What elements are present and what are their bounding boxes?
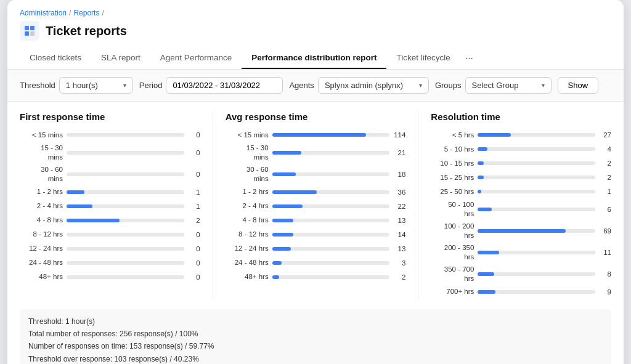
bar-track-6 <box>67 233 184 237</box>
bar-track-9 <box>67 275 184 279</box>
tab-bar: Closed tickets SLA report Agent Performa… <box>20 48 611 69</box>
row-label-4: 2 - 4 hrs <box>226 201 269 211</box>
resolution-rows: < 5 hrs275 - 10 hrs410 - 15 hrs215 - 25 … <box>431 129 611 297</box>
row-label-1: 15 - 30 mins <box>20 144 63 162</box>
threshold-value: 1 hour(s) <box>66 81 98 90</box>
content-area: First response time < 15 mins015 - 30 mi… <box>7 102 624 364</box>
breadcrumb: Administration / Reports / <box>20 9 611 17</box>
chart-row-3: 1 - 2 hrs36 <box>226 187 406 198</box>
row-value-8: 3 <box>393 259 405 267</box>
row-value-8: 0 <box>188 259 200 267</box>
show-button[interactable]: Show <box>558 77 599 94</box>
row-value-8: 8 <box>599 270 611 278</box>
row-value-7: 0 <box>188 245 200 253</box>
svg-rect-3 <box>30 31 35 36</box>
groups-group: Groups Select Group ▾ <box>435 77 552 94</box>
chart-row-0: < 15 mins114 <box>226 129 406 140</box>
bar-track-1 <box>272 151 390 155</box>
chevron-down-icon: ▾ <box>123 82 126 89</box>
header: Administration / Reports / Ticket report… <box>7 0 624 70</box>
period-input[interactable] <box>166 77 283 94</box>
row-value-4: 1 <box>188 203 200 210</box>
row-value-0: 0 <box>188 131 200 139</box>
breadcrumb-admin[interactable]: Administration <box>20 9 67 17</box>
bar-fill-6 <box>272 233 293 237</box>
row-label-6: 100 - 200 hrs <box>431 222 474 240</box>
bar-track-9 <box>272 275 390 279</box>
svg-rect-0 <box>25 26 29 30</box>
row-value-2: 0 <box>188 171 200 178</box>
bar-track-9 <box>478 290 595 294</box>
row-label-9: 700+ hrs <box>431 287 474 296</box>
row-label-3: 1 - 2 hrs <box>226 187 269 196</box>
bar-fill-2 <box>272 172 296 176</box>
bar-track-0 <box>478 133 595 137</box>
bar-track-2 <box>272 172 390 176</box>
bar-fill-8 <box>478 272 494 276</box>
bar-fill-5 <box>67 219 120 222</box>
row-label-4: 2 - 4 hrs <box>20 201 63 211</box>
chevron-down-icon-3: ▾ <box>542 82 545 89</box>
tab-closed[interactable]: Closed tickets <box>20 48 91 69</box>
chart-row-5: 50 - 100 hrs6 <box>431 200 611 219</box>
bar-fill-3 <box>272 190 317 194</box>
row-value-4: 1 <box>599 188 611 195</box>
chart-row-0: < 15 mins0 <box>20 129 200 140</box>
bar-track-5 <box>478 208 595 211</box>
chart-row-9: 48+ hrs2 <box>226 272 406 283</box>
chart-row-0: < 5 hrs27 <box>431 129 611 140</box>
first-response-rows: < 15 mins015 - 30 mins030 - 60 mins01 - … <box>20 129 200 283</box>
bar-fill-7 <box>478 251 499 254</box>
avg-response-section: Avg response time < 15 mins11415 - 30 mi… <box>226 111 419 301</box>
bar-track-3 <box>67 190 184 194</box>
row-value-7: 11 <box>599 249 611 256</box>
bar-fill-2 <box>478 161 484 165</box>
row-value-2: 2 <box>599 160 611 167</box>
bar-track-6 <box>478 229 595 233</box>
bar-track-7 <box>478 251 595 254</box>
row-value-5: 2 <box>188 217 200 224</box>
bar-fill-3 <box>67 190 84 194</box>
bar-fill-9 <box>478 290 495 294</box>
groups-select[interactable]: Select Group ▾ <box>465 77 552 94</box>
bar-track-1 <box>67 151 184 155</box>
bar-fill-6 <box>478 229 566 233</box>
tab-sla[interactable]: SLA report <box>91 48 150 69</box>
agents-group: Agents Splynx admin (splynx) ▾ <box>289 77 428 94</box>
tab-lifecycle[interactable]: Ticket lifecycle <box>386 48 460 69</box>
row-label-3: 15 - 25 hrs <box>431 173 474 182</box>
bar-fill-0 <box>478 133 510 137</box>
chart-row-9: 48+ hrs0 <box>20 272 200 283</box>
threshold-label: Threshold <box>20 81 55 90</box>
tab-perf[interactable]: Performance distribution report <box>242 48 386 69</box>
bar-track-5 <box>67 219 184 222</box>
row-value-9: 2 <box>393 273 405 281</box>
breadcrumb-reports[interactable]: Reports <box>73 9 99 17</box>
bar-fill-1 <box>272 151 302 155</box>
agents-select[interactable]: Splynx admin (splynx) ▾ <box>318 77 429 94</box>
row-label-8: 350 - 700 hrs <box>431 265 474 283</box>
row-label-5: 4 - 8 hrs <box>226 216 269 225</box>
avg-response-rows: < 15 mins11415 - 30 mins2130 - 60 mins18… <box>226 129 406 283</box>
chart-row-4: 2 - 4 hrs22 <box>226 201 406 212</box>
bar-fill-1 <box>478 147 487 151</box>
row-label-1: 5 - 10 hrs <box>431 145 474 154</box>
bar-track-6 <box>272 233 390 237</box>
chart-row-1: 15 - 30 mins21 <box>226 144 406 162</box>
row-label-9: 48+ hrs <box>20 272 63 281</box>
tab-agent[interactable]: Agent Performance <box>150 48 242 69</box>
page-title: Ticket reports <box>46 24 127 38</box>
bar-fill-9 <box>272 275 279 279</box>
threshold-select[interactable]: 1 hour(s) ▾ <box>59 77 133 94</box>
tab-more[interactable]: ··· <box>460 48 478 69</box>
summary-line3: Number of responses on time: 153 respons… <box>28 340 603 352</box>
row-label-1: 15 - 30 mins <box>226 144 269 162</box>
chart-row-2: 10 - 15 hrs2 <box>431 158 611 169</box>
title-row: Ticket reports <box>20 21 611 41</box>
bar-track-8 <box>272 261 390 265</box>
row-label-0: < 15 mins <box>226 131 269 140</box>
chart-row-7: 200 - 350 hrs11 <box>431 243 611 262</box>
bar-fill-5 <box>478 208 492 211</box>
chart-row-2: 30 - 60 mins18 <box>226 165 406 184</box>
chart-row-4: 25 - 50 hrs1 <box>431 186 611 197</box>
